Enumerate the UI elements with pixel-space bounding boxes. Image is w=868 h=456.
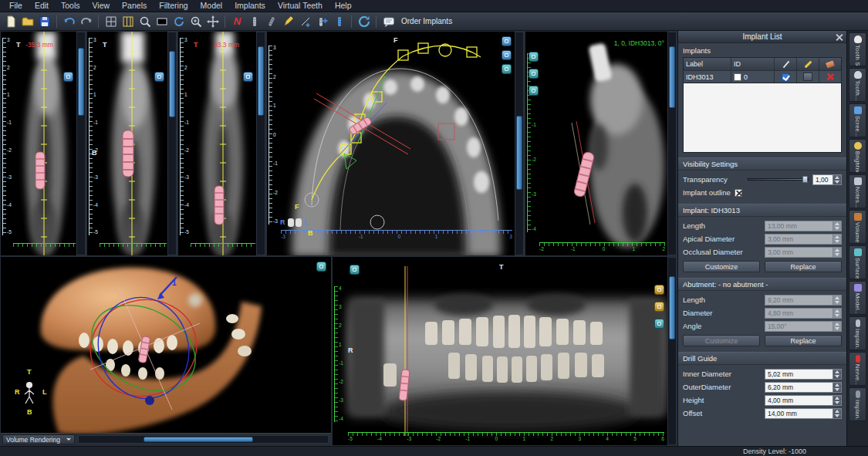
tab-surface[interactable]: Surface...	[849, 245, 866, 279]
render-threshold-slider[interactable]	[78, 435, 329, 444]
camera-button[interactable]	[154, 72, 164, 82]
implant-angled-button[interactable]	[263, 13, 279, 29]
settings-button[interactable]	[654, 319, 664, 329]
zoom-button[interactable]	[137, 13, 153, 29]
scrollbar[interactable]	[76, 32, 86, 255]
camera-button[interactable]	[350, 265, 360, 275]
tab-implant-list[interactable]: Implan...	[849, 387, 866, 421]
cross-section-viewport-2[interactable]: 321-1-2-3-4-5 T B	[86, 31, 177, 256]
scrollbar-thumb[interactable]	[669, 276, 675, 339]
close-icon[interactable]	[836, 33, 843, 41]
scrollbar-thumb[interactable]	[258, 46, 264, 116]
tab-screenshot[interactable]: Scree...	[849, 103, 866, 137]
scrollbar[interactable]	[667, 257, 677, 445]
density-profile-button[interactable]	[280, 13, 296, 29]
new-file-button[interactable]	[2, 13, 19, 29]
slider-thumb[interactable]	[802, 176, 808, 183]
add-measure-button[interactable]	[297, 13, 313, 29]
implant-graphic[interactable]	[123, 130, 133, 177]
id-checkbox[interactable]	[734, 73, 741, 81]
camera-button[interactable]	[63, 72, 73, 82]
slider-thumb[interactable]	[144, 437, 253, 442]
tab-nerve[interactable]: Nerve...	[849, 352, 866, 386]
tab-brightness[interactable]: Brightne...	[849, 139, 866, 173]
offset-spinbox[interactable]: 14,00 mm	[765, 408, 842, 419]
scrollbar-thumb[interactable]	[78, 48, 84, 116]
reset-rotation-button[interactable]	[171, 13, 187, 29]
implant-replace-button[interactable]: Replace	[765, 261, 842, 272]
spinner-arrows[interactable]	[833, 370, 841, 379]
implant-vertical-button[interactable]	[246, 13, 262, 29]
column-header-edit[interactable]	[775, 58, 797, 70]
volume-3d-viewport[interactable]: 1 T R L B Volume Rendering	[0, 256, 332, 446]
column-header-rename[interactable]	[797, 58, 819, 70]
tab-tooth[interactable]: Tooth...	[849, 68, 866, 102]
spinner-arrows[interactable]	[833, 396, 841, 405]
implant-library-button[interactable]	[331, 13, 347, 29]
save-button[interactable]	[36, 13, 52, 29]
scrollbar[interactable]	[167, 32, 177, 255]
layout-grid-button[interactable]	[103, 13, 119, 29]
refresh-button[interactable]	[356, 13, 372, 29]
menu-edit[interactable]: Edit	[29, 0, 55, 12]
inner-diameter-spinbox[interactable]: 5,02 mm	[765, 369, 842, 380]
export-button[interactable]	[654, 302, 664, 312]
tab-implant[interactable]: Implan...	[849, 316, 866, 350]
spinner-arrows[interactable]	[833, 175, 841, 184]
implant-label-cell[interactable]: IDH3013	[684, 71, 731, 83]
undo-button[interactable]	[61, 13, 77, 29]
menu-help[interactable]: Help	[329, 0, 358, 12]
tab-notes[interactable]: Notes...	[849, 174, 866, 208]
drill-guide-button[interactable]	[654, 285, 664, 295]
tab-model[interactable]: Model...	[849, 281, 866, 315]
settings-button[interactable]	[529, 86, 539, 96]
cross-section-viewport-1[interactable]: 321-1-2-3-4-5 T -35.3 mm	[0, 31, 86, 256]
menu-file[interactable]: File	[3, 0, 29, 12]
visible-checkbox[interactable]	[782, 73, 789, 81]
menu-view[interactable]: View	[86, 0, 117, 12]
menu-virtual-teeth[interactable]: Virtual Teeth	[272, 0, 329, 12]
nerve-tool-button[interactable]: N	[229, 13, 245, 29]
tab-tooth-selection[interactable]: Tooth Se...	[849, 32, 866, 66]
panoramic-viewport[interactable]: 4321-1-2-3-4 -5-4-3-2-10123456 T R	[332, 256, 677, 446]
layout-columns-button[interactable]	[120, 13, 136, 29]
transparency-slider[interactable]	[748, 175, 809, 184]
cross-section-viewport-3[interactable]: 321-1-2-3-4-5 T 33.3 mm	[177, 31, 266, 256]
open-file-button[interactable]	[19, 13, 35, 29]
implant-list-empty-area[interactable]	[683, 83, 842, 153]
rotate-view-button[interactable]	[316, 262, 326, 272]
settings-button[interactable]	[502, 64, 512, 74]
outer-diameter-spinbox[interactable]: 6,20 mm	[765, 382, 842, 393]
scrollbar-thumb[interactable]	[516, 116, 522, 190]
spinner-arrows[interactable]	[833, 409, 841, 418]
scrollbar-thumb[interactable]	[169, 51, 175, 117]
render-mode-select[interactable]: Volume Rendering	[2, 434, 75, 444]
scrollbar[interactable]	[256, 32, 265, 255]
column-header-id[interactable]: ID	[731, 58, 775, 70]
layout-button[interactable]	[529, 69, 539, 79]
tab-volume[interactable]: Volume...	[849, 210, 866, 244]
oblique-section-viewport[interactable]: 10-1-2-3-4 -2-1012 1, 0, IDH3013, 0°	[525, 31, 677, 256]
zoom-extents-button[interactable]	[187, 13, 204, 29]
scrollbar-thumb[interactable]	[669, 46, 675, 108]
menu-filtering[interactable]: Filtering	[153, 0, 194, 12]
transparency-value-spinbox[interactable]: 1,00	[812, 174, 842, 185]
height-spinbox[interactable]: 4,00 mm	[765, 395, 842, 406]
layout-button[interactable]	[502, 50, 512, 60]
camera-button[interactable]	[243, 72, 253, 82]
camera-button[interactable]	[502, 36, 512, 46]
gizmo-handle[interactable]	[145, 396, 154, 405]
spinner-arrows[interactable]	[833, 383, 841, 392]
column-header-delete[interactable]	[819, 58, 841, 70]
redo-button[interactable]	[78, 13, 94, 29]
menu-tools[interactable]: Tools	[55, 0, 86, 12]
implant-graphic[interactable]	[214, 186, 224, 225]
edit-implant-button[interactable]	[803, 73, 812, 81]
menu-implants[interactable]: Implants	[228, 0, 272, 12]
camera-button[interactable]	[529, 52, 539, 62]
abutment-replace-button[interactable]: Replace	[765, 335, 842, 346]
menu-panels[interactable]: Panels	[116, 0, 153, 12]
implant-customize-button[interactable]: Customize	[683, 261, 760, 272]
axial-viewport[interactable]: 3210-1-2-3 -3-2-10123 F R L F B	[266, 31, 525, 256]
column-header-label[interactable]: Label	[684, 58, 731, 70]
